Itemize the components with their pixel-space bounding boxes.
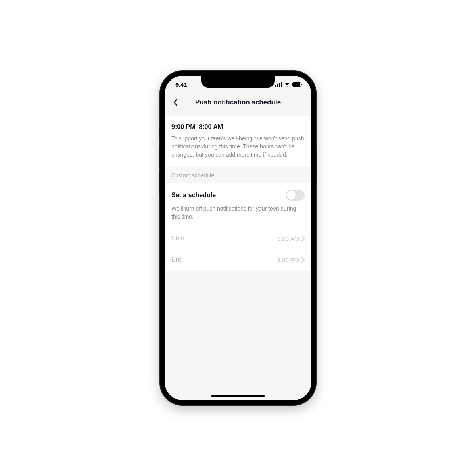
svg-rect-6 [293, 83, 300, 86]
svg-rect-7 [301, 84, 302, 85]
content: 9:00 PM–8:00 AM To support your teen's w… [165, 111, 311, 400]
volume-up-button [159, 146, 160, 168]
cellular-icon [275, 82, 282, 87]
chevron-right-icon [301, 257, 305, 263]
end-time-row[interactable]: End 3:00 PM [165, 249, 311, 271]
default-schedule-range: 9:00 PM–8:00 AM [171, 123, 305, 131]
svg-rect-2 [279, 83, 280, 87]
set-schedule-title: Set a schedule [171, 192, 216, 199]
power-button [316, 150, 317, 182]
status-time: 9:41 [175, 81, 187, 88]
toggle-knob [287, 191, 296, 200]
end-time-label: End [171, 256, 182, 263]
notch [201, 76, 275, 88]
phone-frame: 9:41 [160, 71, 316, 405]
svg-rect-3 [281, 82, 282, 87]
screen: 9:41 [165, 76, 311, 400]
nav-header: Push notification schedule [165, 93, 311, 111]
set-schedule-section: Set a schedule We'll turn off push notif… [165, 183, 311, 228]
battery-icon [292, 82, 302, 87]
default-schedule-section: 9:00 PM–8:00 AM To support your teen's w… [165, 116, 311, 167]
svg-rect-1 [277, 84, 278, 87]
time-rows: Start 9:00 AM End 3:00 PM [165, 228, 311, 271]
page-title: Push notification schedule [195, 98, 281, 106]
mute-switch [159, 127, 160, 138]
chevron-left-icon [173, 98, 178, 106]
svg-point-4 [287, 86, 288, 87]
wifi-icon [284, 82, 290, 87]
default-schedule-description: To support your teen's well-being, we wo… [171, 134, 305, 159]
status-indicators [275, 82, 302, 87]
start-time-row[interactable]: Start 9:00 AM [165, 228, 311, 249]
home-indicator[interactable] [211, 395, 265, 397]
set-schedule-description: We'll turn off push notifications for yo… [171, 205, 305, 221]
start-time-value: 9:00 AM [277, 235, 299, 242]
end-time-value: 3:00 PM [277, 257, 299, 263]
set-schedule-toggle[interactable] [286, 190, 305, 201]
start-time-label: Start [171, 235, 185, 242]
svg-rect-0 [275, 85, 276, 87]
back-button[interactable] [169, 96, 182, 109]
volume-down-button [159, 172, 160, 194]
chevron-right-icon [301, 236, 305, 241]
custom-schedule-label: Custom schedule [165, 167, 311, 183]
